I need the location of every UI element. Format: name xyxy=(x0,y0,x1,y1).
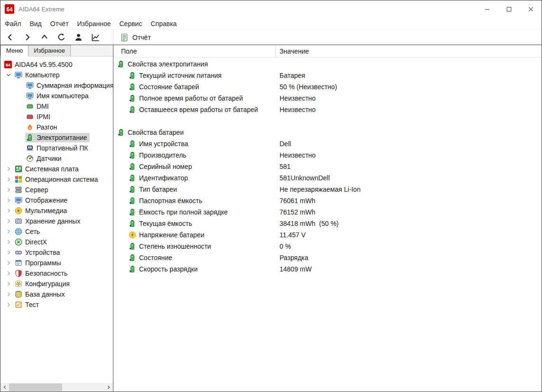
report-button[interactable]: Отчёт xyxy=(113,30,151,45)
tree-item[interactable]: База данных xyxy=(0,289,113,299)
table-row[interactable]: Текущая ёмкость38418 mWh (50 %) xyxy=(113,218,542,229)
chevron-right-icon[interactable] xyxy=(3,259,14,267)
table-group-row[interactable]: Свойства батареи xyxy=(113,127,542,138)
tree-item[interactable]: Операционная система xyxy=(0,174,113,185)
table-row[interactable]: Напряжение батареи11.457 V xyxy=(113,229,542,241)
tree-item-label: DirectX xyxy=(25,238,47,246)
title-bar: 64 AIDA64 Extreme xyxy=(0,0,542,18)
tree-item[interactable]: Отображение xyxy=(0,195,113,205)
menu-item-help[interactable]: Справка xyxy=(146,19,181,29)
chevron-right-icon[interactable] xyxy=(3,165,14,173)
minimize-icon xyxy=(484,6,491,13)
tree-item-label: Сеть xyxy=(25,228,40,235)
value-text: 581UnknownDell xyxy=(276,174,330,182)
table-row[interactable]: Паспортная ёмкость76061 mWh xyxy=(113,195,542,206)
table-row[interactable]: Степень изношенности0 % xyxy=(113,241,542,252)
chevron-right-icon[interactable] xyxy=(3,228,14,235)
table-row[interactable]: Имя устройстваDell xyxy=(113,138,542,149)
tree-item[interactable]: IPMI xyxy=(0,112,113,122)
menu-item-favorites[interactable]: Избранное xyxy=(73,19,115,29)
scroll-left-button[interactable] xyxy=(0,383,9,392)
chevron-right-icon[interactable] xyxy=(3,196,14,204)
scrollbar-thumb[interactable] xyxy=(9,383,62,391)
maximize-button[interactable] xyxy=(498,0,520,18)
chevron-down-icon[interactable] xyxy=(3,71,14,79)
tree-item[interactable]: Портативный ПК xyxy=(0,143,113,153)
table-row[interactable]: Текущий источник питанияБатарея xyxy=(113,70,542,81)
tree-item[interactable]: 64AIDA64 v5.95.4500 xyxy=(0,59,113,70)
scrollbar-track[interactable] xyxy=(9,383,104,392)
table-group-row[interactable]: Свойства электропитания xyxy=(113,58,542,70)
column-header-value[interactable]: Значение xyxy=(276,45,309,57)
table-row[interactable]: Полное время работы от батарейНеизвестно xyxy=(113,93,542,104)
spacer-row xyxy=(113,115,542,127)
back-button[interactable] xyxy=(1,31,19,44)
tree-item[interactable]: Сеть xyxy=(0,226,113,237)
chevron-right-icon[interactable] xyxy=(3,217,14,225)
tree-item[interactable]: DMI xyxy=(0,101,113,112)
table-row[interactable]: Серийный номер581 xyxy=(113,161,542,172)
column-header-field[interactable]: Поле xyxy=(113,45,276,57)
chevron-right-icon[interactable] xyxy=(3,301,14,308)
horizontal-scrollbar[interactable] xyxy=(0,383,113,392)
menu-item-report[interactable]: Отчёт xyxy=(46,19,73,29)
tree-item-label: Системная плата xyxy=(25,165,79,173)
minimize-button[interactable] xyxy=(476,0,498,18)
chevron-right-icon[interactable] xyxy=(3,270,14,277)
forward-button[interactable] xyxy=(19,31,36,44)
tree-item[interactable]: Хранение данных xyxy=(0,216,113,226)
chevron-right-icon[interactable] xyxy=(3,290,14,298)
scroll-right-button[interactable] xyxy=(104,383,113,392)
tree-item[interactable]: Тест xyxy=(0,299,113,310)
value-text: 76061 mWh xyxy=(276,197,315,205)
tree-item[interactable]: Сервер xyxy=(0,185,113,195)
chevron-right-icon[interactable] xyxy=(3,280,14,288)
refresh-button[interactable] xyxy=(53,31,70,44)
chart-button[interactable] xyxy=(87,31,104,44)
table-row[interactable]: Идентификатор581UnknownDell xyxy=(113,172,542,184)
table-row[interactable]: ПроизводительНеизвестно xyxy=(113,149,542,161)
tree-item[interactable]: Программы xyxy=(0,258,113,268)
tree-item[interactable]: Имя компьютера xyxy=(0,91,113,101)
table-row[interactable]: СостояниеРазрядка xyxy=(113,252,542,263)
power-icon xyxy=(26,134,34,141)
tab-menu[interactable]: Меню xyxy=(0,45,28,56)
tree-item[interactable]: Безопасность xyxy=(0,268,113,279)
chevron-right-icon[interactable] xyxy=(3,176,14,183)
close-button[interactable] xyxy=(520,0,542,18)
tree-item[interactable]: Системная плата xyxy=(0,164,113,174)
table-row[interactable]: Тип батареиНе перезаряжаемая Li-Ion xyxy=(113,184,542,195)
table-row[interactable]: Ёмкость при полной зарядке76152 mWh xyxy=(113,206,542,218)
tab-favorites[interactable]: Избранное xyxy=(28,45,71,56)
tree-item-label: Имя компьютера xyxy=(37,92,89,100)
tree-item[interactable]: Разгон xyxy=(0,122,113,132)
chevron-right-icon[interactable] xyxy=(3,249,14,256)
security-icon xyxy=(15,270,22,277)
sidebar-tabs: Меню Избранное xyxy=(0,45,113,56)
user-button[interactable] xyxy=(70,31,87,44)
tree-item[interactable]: Мультимедиа xyxy=(0,205,113,216)
table-row[interactable]: Скорость разрядки14809 mW xyxy=(113,263,542,275)
summary-icon xyxy=(26,82,34,89)
up-button[interactable] xyxy=(36,31,53,44)
power-icon xyxy=(129,140,136,148)
tree-item[interactable]: DirectX xyxy=(0,237,113,247)
menu-item-file[interactable]: Файл xyxy=(0,19,25,29)
tree-item[interactable]: Устройства xyxy=(0,247,113,258)
table-row[interactable]: Оставшееся время работы от батарейНеизве… xyxy=(113,104,542,115)
tree-item[interactable]: Датчики xyxy=(0,153,113,164)
table-row[interactable]: Состояние батарей50 % (Неизвестно) xyxy=(113,81,542,93)
overclock-icon xyxy=(26,123,34,131)
chart-icon xyxy=(91,33,100,42)
tree-item[interactable]: Суммарная информация xyxy=(0,80,113,91)
tree-item[interactable]: Конфигурация xyxy=(0,279,113,289)
chevron-right-icon[interactable] xyxy=(3,186,14,194)
tree-item[interactable]: Компьютер xyxy=(0,70,113,80)
tree-item[interactable]: Электропитание xyxy=(0,132,113,143)
chevron-right-icon[interactable] xyxy=(3,238,14,246)
chevron-spacer xyxy=(15,92,25,100)
tree-item-label: Операционная система xyxy=(25,176,98,183)
menu-item-tools[interactable]: Сервис xyxy=(115,19,147,29)
menu-item-view[interactable]: Вид xyxy=(25,19,46,29)
chevron-right-icon[interactable] xyxy=(3,207,14,215)
